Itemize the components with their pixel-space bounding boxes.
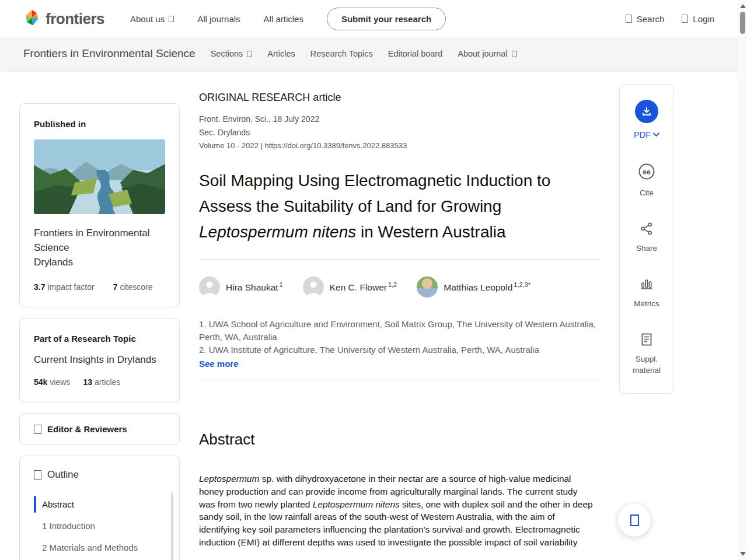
pdf-label-row: PDF <box>634 130 659 139</box>
chevron-down-icon <box>247 51 252 57</box>
article-title-species: Leptospermum nitens <box>199 223 356 241</box>
pdf-label: PDF <box>634 130 651 139</box>
suppl-line2: material <box>633 366 661 374</box>
outline-scrollbar[interactable] <box>171 492 173 560</box>
citation-line: Front. Environ. Sci., 18 July 2022 <box>199 113 600 126</box>
nav-all-articles[interactable]: All articles <box>264 14 303 24</box>
submit-research-button[interactable]: Submit your research <box>327 8 446 30</box>
impact-factor-label: impact factor <box>47 282 94 292</box>
volume-label: Volume 10 - 2022 <box>199 141 259 150</box>
nav-all-articles-label: All articles <box>264 14 303 24</box>
doi-link[interactable]: https://doi.org/10.3389/fenvs.2022.88353… <box>265 141 407 150</box>
suppl-material-label: Suppl. material <box>633 354 661 376</box>
metrics-label: Metrics <box>634 298 659 309</box>
frontiers-logo-icon <box>23 9 41 29</box>
abstract-heading: Abstract <box>199 430 600 449</box>
nav-about-us[interactable]: About us <box>130 14 174 24</box>
section-line: Sec. Drylands <box>199 126 600 139</box>
feedback-fab-button[interactable] <box>618 504 651 537</box>
outline-item-abstract[interactable]: Abstract <box>34 494 167 515</box>
people-icon <box>34 425 41 434</box>
nav-about-us-label: About us <box>130 14 165 24</box>
author-affil-sup: 1 <box>280 281 283 288</box>
citescore-value: 7 <box>113 282 118 292</box>
journal-title-link[interactable]: Frontiers in Environmental Science <box>23 47 196 60</box>
outline-item-introduction[interactable]: 1 Introduction <box>34 515 167 537</box>
author-name: Ken C. Flower1,2 <box>330 281 397 293</box>
scroll-up-arrow-icon[interactable] <box>740 4 746 8</box>
share-label: Share <box>636 243 657 254</box>
metrics-icon <box>640 277 654 291</box>
nav-all-journals[interactable]: All journals <box>197 14 240 24</box>
journal-nav-sections-label: Sections <box>211 49 243 58</box>
svg-text:ee: ee <box>643 168 651 176</box>
divider <box>199 259 600 260</box>
article-main: ORIGINAL RESEARCH article Front. Environ… <box>199 92 600 549</box>
pdf-download-button[interactable]: PDF <box>634 100 659 139</box>
page-scrollbar[interactable] <box>738 0 747 560</box>
outline-list: Abstract 1 Introduction 2 Materials and … <box>34 494 167 560</box>
scroll-down-arrow-icon[interactable] <box>740 552 746 556</box>
impact-factor-stat: 3.7impact factor <box>34 282 95 292</box>
journal-nav-research-topics[interactable]: Research Topics <box>310 49 373 58</box>
views-value: 54k <box>34 377 47 387</box>
journal-nav-articles-label: Articles <box>267 49 295 58</box>
affiliations: 1. UWA School of Agriculture and Environ… <box>199 318 600 370</box>
journal-nav-articles[interactable]: Articles <box>267 49 295 58</box>
author-avatar-placeholder <box>303 276 324 298</box>
journal-nav-editorial-board[interactable]: Editorial board <box>388 49 443 58</box>
author-ken-flower[interactable]: Ken C. Flower1,2 <box>303 276 397 298</box>
chevron-down-icon <box>169 16 174 22</box>
cite-button[interactable]: ee Cite <box>638 163 655 198</box>
articles-count-label: articles <box>95 377 120 387</box>
supplementary-material-button[interactable]: Suppl. material <box>633 332 661 376</box>
views-stat: 54kviews <box>34 377 70 387</box>
editor-reviewers-label: Editor & Reviewers <box>47 424 127 434</box>
divider <box>199 380 600 380</box>
cite-icon: ee <box>638 163 655 180</box>
cite-label: Cite <box>640 187 654 198</box>
see-more-link[interactable]: See more <box>199 358 600 370</box>
editor-reviewers-card[interactable]: Editor & Reviewers <box>19 413 180 445</box>
journal-navigation-bar: Frontiers in Environmental Science Secti… <box>0 37 747 70</box>
research-topic-link[interactable]: Current Insights in Drylands <box>34 354 165 366</box>
author-name-text: Ken C. Flower <box>330 282 387 292</box>
outline-card: Outline Abstract 1 Introduction 2 Materi… <box>19 456 180 560</box>
journal-nav-sections[interactable]: Sections <box>211 49 253 58</box>
metrics-button[interactable]: Metrics <box>634 277 659 309</box>
download-icon <box>635 100 658 123</box>
volume-doi-line: Volume 10 - 2022 | https://doi.org/10.33… <box>199 141 600 150</box>
journal-nav: Sections Articles Research Topics Editor… <box>211 49 517 58</box>
author-matthias-leopold[interactable]: Matthias Leopold1,2,3* <box>417 276 530 298</box>
article-title-part1: Soil Mapping Using Electromagnetic Induc… <box>199 172 550 215</box>
scrollbar-thumb[interactable] <box>740 12 745 34</box>
journal-cover-image[interactable] <box>34 139 165 214</box>
journal-nav-about-journal[interactable]: About journal <box>458 49 516 58</box>
citescore-stat: 7citescore <box>113 282 153 292</box>
published-in-journal-link[interactable]: Frontiers in Environmental Science <box>34 226 165 255</box>
login-label: Login <box>693 14 714 24</box>
journal-nav-research-topics-label: Research Topics <box>310 49 373 58</box>
author-name: Hira Shaukat1 <box>226 281 283 293</box>
login-button[interactable]: Login <box>682 14 714 24</box>
share-button[interactable]: Share <box>636 222 657 254</box>
journal-stats: 3.7impact factor 7citescore <box>34 282 165 292</box>
frontiers-logo[interactable]: frontiers <box>23 9 104 29</box>
affiliation-1: 1. UWA School of Agriculture and Environ… <box>199 318 600 344</box>
views-label: views <box>50 377 70 387</box>
list-icon <box>34 470 41 480</box>
volume-separator: | <box>261 141 263 150</box>
outline-item-materials-methods[interactable]: 2 Materials and Methods <box>34 537 167 558</box>
action-rail-card: PDF ee Cite Share <box>619 84 674 394</box>
outline-heading: Outline <box>47 469 79 481</box>
article-type-label: ORIGINAL RESEARCH article <box>199 92 600 104</box>
journal-nav-about-journal-label: About journal <box>458 49 507 58</box>
authors-row: Hira Shaukat1 Ken C. Flower1,2 Matthias … <box>199 276 600 298</box>
outline-heading-row: Outline <box>34 469 167 481</box>
affiliation-2: 2. UWA Institute of Agriculture, The Uni… <box>199 344 600 356</box>
abstract-species-italic: Leptospermum nitens <box>313 499 400 509</box>
author-hira-shaukat[interactable]: Hira Shaukat1 <box>199 276 283 298</box>
article-title: Soil Mapping Using Electromagnetic Induc… <box>199 168 600 245</box>
search-button[interactable]: Search <box>626 14 665 24</box>
suppl-line1: Suppl. <box>636 355 658 363</box>
